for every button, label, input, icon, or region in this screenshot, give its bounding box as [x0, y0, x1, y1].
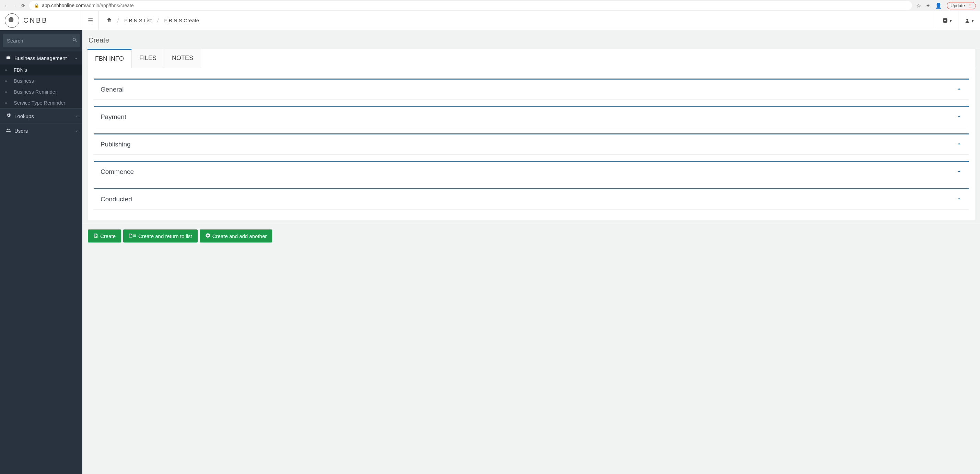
sidebar-section-label: Business Management	[14, 55, 67, 61]
sidebar-item-service-type-reminder[interactable]: » Service Type Reminder	[0, 97, 82, 108]
sidebar-search[interactable]	[3, 33, 80, 48]
accordion-publishing: Publishing	[94, 133, 969, 155]
accordion-title: Publishing	[100, 141, 131, 148]
sidebar-item-label: Business	[14, 78, 34, 84]
hamburger-button[interactable]: ☰	[82, 11, 99, 30]
address-bar[interactable]: 🔒 app.cnbbonline.com/admin/app/fbns/crea…	[29, 1, 912, 10]
svg-line-3	[75, 40, 76, 42]
search-icon[interactable]	[72, 37, 77, 44]
app-header: CNBB ☰ / F B N S List / F B N S Create ▾…	[0, 11, 980, 30]
sidebar-item-business[interactable]: » Business	[0, 76, 82, 86]
chevron-up-icon	[956, 141, 962, 148]
sidebar-item-fbns[interactable]: » FBN's	[0, 65, 82, 76]
logo-text: CNBB	[23, 16, 48, 24]
url-text: app.cnbbonline.com/admin/app/fbns/create	[42, 3, 134, 8]
browser-right: ☆ ✦ 👤 Update ⋮	[915, 2, 977, 9]
panel: FBN INFO FILES NOTES General	[87, 49, 975, 220]
svg-point-1	[966, 19, 968, 20]
accordion-wrap: General Payment	[88, 68, 975, 220]
chevron-up-icon	[956, 114, 962, 120]
browser-update-button[interactable]: Update ⋮	[947, 2, 976, 9]
accordion-payment: Payment	[94, 106, 969, 127]
nav-reload-icon[interactable]: ⟳	[21, 3, 25, 8]
app-body: Business Management ⌄ » FBN's » Business…	[0, 30, 980, 474]
breadcrumb: / F B N S List / F B N S Create	[99, 17, 207, 24]
accordion-head-general[interactable]: General	[94, 79, 969, 100]
create-return-button[interactable]: Create and return to list	[123, 230, 198, 243]
sidebar-item-label: Business Reminder	[14, 89, 57, 95]
chevron-right-icon: »	[5, 100, 12, 105]
tab-notes[interactable]: NOTES	[164, 49, 201, 68]
footer-actions: Create Create and return to list Create …	[82, 223, 980, 251]
url-host: app.cnbbonline.com	[42, 3, 85, 8]
accordion-title: General	[100, 86, 124, 93]
sidebar-item-label: Service Type Reminder	[14, 100, 65, 106]
plus-square-icon	[942, 17, 948, 23]
accordion-conducted: Conducted	[94, 188, 969, 209]
accordion-head-conducted[interactable]: Conducted	[94, 188, 969, 209]
sidebar-item-label: Users	[14, 128, 28, 134]
chevron-up-icon	[956, 196, 962, 203]
home-icon[interactable]	[107, 17, 112, 24]
create-button-label: Create	[100, 233, 116, 239]
accordion-title: Payment	[100, 113, 126, 121]
nav-forward-icon: →	[13, 3, 17, 8]
accordion-head-payment[interactable]: Payment	[94, 106, 969, 127]
accordion-title: Conducted	[100, 195, 132, 203]
sidebar-item-lookups[interactable]: Lookups ‹	[0, 108, 82, 123]
caret-down-icon: ▾	[950, 18, 952, 23]
accordion-head-publishing[interactable]: Publishing	[94, 133, 969, 155]
sidebar-section-business-management[interactable]: Business Management ⌄	[0, 51, 82, 65]
tabs: FBN INFO FILES NOTES	[88, 49, 975, 68]
svg-rect-9	[130, 234, 131, 235]
hamburger-icon: ☰	[88, 17, 93, 24]
kebab-icon: ⋮	[968, 3, 972, 8]
browser-chrome: ← → ⟳ 🔒 app.cnbbonline.com/admin/app/fbn…	[0, 0, 980, 11]
sidebar-item-users[interactable]: Users ‹	[0, 123, 82, 138]
tab-fbn-info[interactable]: FBN INFO	[88, 49, 132, 68]
nav-back-icon[interactable]: ←	[4, 3, 9, 8]
plus-circle-icon	[205, 233, 210, 239]
sidebar-sub-business-management: » FBN's » Business » Business Reminder »…	[0, 65, 82, 108]
search-input[interactable]	[7, 38, 72, 44]
logo-block[interactable]: CNBB	[0, 11, 82, 30]
chevron-left-icon: ‹	[76, 128, 78, 133]
profile-icon[interactable]: 👤	[935, 2, 942, 9]
accordion-head-commence[interactable]: Commence	[94, 161, 969, 182]
create-another-button[interactable]: Create and add another	[200, 230, 272, 243]
topbar: ☰ / F B N S List / F B N S Create ▾ ▾	[82, 11, 980, 30]
user-icon	[964, 18, 970, 23]
extensions-icon[interactable]: ✦	[926, 2, 930, 9]
logo-seal-icon	[5, 13, 19, 28]
user-menu-button[interactable]: ▾	[958, 11, 980, 30]
svg-point-6	[9, 129, 10, 130]
svg-rect-8	[95, 236, 97, 237]
svg-rect-7	[95, 233, 97, 235]
browser-nav: ← → ⟳	[3, 3, 26, 8]
create-button[interactable]: Create	[88, 230, 121, 243]
tab-files[interactable]: FILES	[132, 49, 164, 68]
accordion-general: General	[94, 79, 969, 100]
breadcrumb-list-link[interactable]: F B N S List	[124, 17, 152, 23]
url-path: /admin/app/fbns/create	[85, 3, 134, 8]
chevron-right-icon: »	[5, 68, 12, 72]
briefcase-icon	[5, 55, 12, 61]
sidebar-item-label: Lookups	[14, 113, 34, 119]
chevron-right-icon: »	[5, 79, 12, 83]
add-menu-button[interactable]: ▾	[936, 11, 958, 30]
create-another-label: Create and add another	[212, 233, 267, 239]
sidebar-item-label: FBN's	[14, 67, 27, 73]
chevron-up-icon	[956, 86, 962, 93]
create-return-label: Create and return to list	[138, 233, 192, 239]
sidebar-item-business-reminder[interactable]: » Business Reminder	[0, 86, 82, 97]
accordion-title: Commence	[100, 168, 134, 176]
users-icon	[5, 128, 12, 134]
topbar-right: ▾ ▾	[936, 11, 980, 30]
svg-point-2	[73, 38, 76, 41]
chevron-up-icon	[956, 168, 962, 175]
main-content: Create FBN INFO FILES NOTES General	[82, 30, 980, 474]
save-list-icon	[129, 233, 136, 239]
breadcrumb-create: F B N S Create	[164, 17, 199, 23]
chevron-left-icon: ‹	[76, 114, 78, 118]
star-icon[interactable]: ☆	[916, 2, 921, 9]
